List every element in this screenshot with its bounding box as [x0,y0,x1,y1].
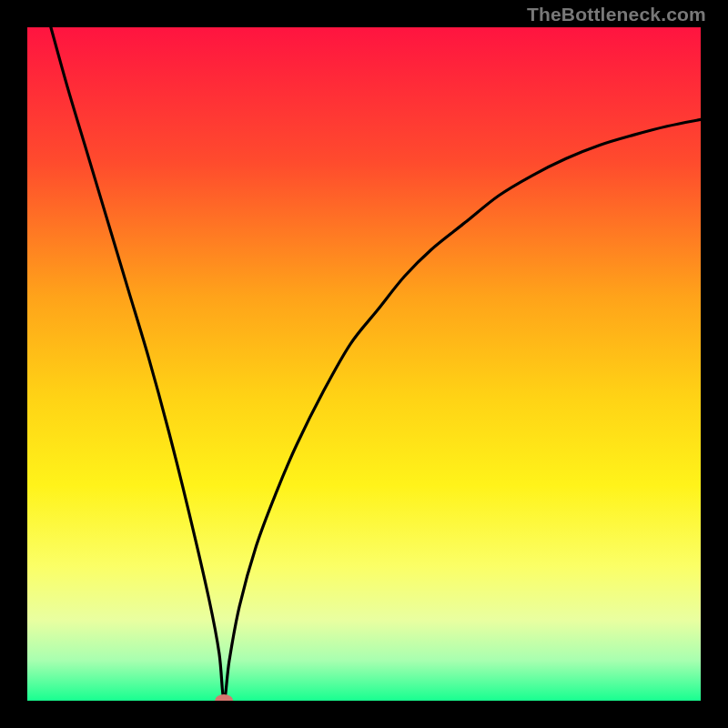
chart-frame: TheBottleneck.com [0,0,728,728]
watermark-text: TheBottleneck.com [527,4,706,25]
plot-area [27,27,701,701]
